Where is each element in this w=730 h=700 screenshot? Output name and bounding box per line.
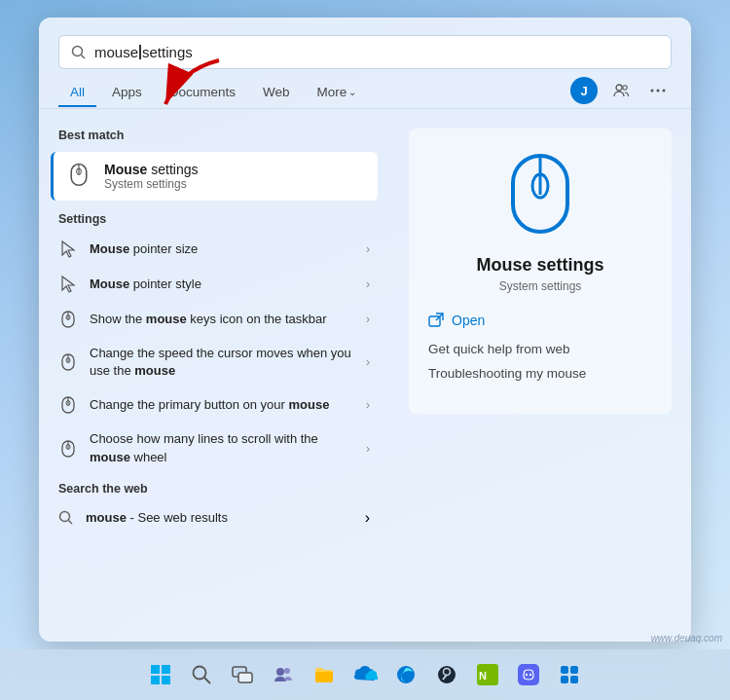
chevron-right-icon: › <box>366 242 370 256</box>
nvidia-icon: N <box>477 664 498 685</box>
svg-point-5 <box>651 90 654 92</box>
left-panel: Best match Mouse settings System setting… <box>39 109 389 642</box>
start-menu: mouse settings All Apps Documents Web Mo… <box>39 18 691 642</box>
list-item-text: Choose how many lines to scroll with the… <box>90 430 354 465</box>
tab-web[interactable]: Web <box>251 79 302 107</box>
svg-point-38 <box>276 668 284 676</box>
detail-title: Mouse settings <box>476 255 603 276</box>
open-action[interactable]: Open <box>428 313 485 328</box>
svg-point-34 <box>194 667 206 680</box>
list-item[interactable]: Show the mouse keys icon on the taskbar … <box>39 302 389 337</box>
search-icon <box>71 45 87 60</box>
task-view-button[interactable] <box>225 657 260 692</box>
settings-label: Settings <box>39 204 389 232</box>
steam-icon <box>436 664 457 685</box>
search-bold-text: mouse <box>86 510 127 525</box>
edge-icon <box>395 664 417 685</box>
steam-button[interactable] <box>429 657 464 692</box>
svg-rect-51 <box>570 676 578 683</box>
list-item[interactable]: Mouse pointer style › <box>39 267 389 302</box>
svg-point-47 <box>529 674 531 676</box>
onedrive-button[interactable] <box>347 657 383 692</box>
list-item-text: Show the mouse keys icon on the taskbar <box>90 311 354 328</box>
mouse-settings-icon-small <box>65 163 92 190</box>
discord-icon <box>518 664 539 685</box>
chevron-right-icon: › <box>366 442 370 456</box>
svg-rect-50 <box>561 676 568 683</box>
right-panel: Mouse settings System settings Open Get … <box>389 109 691 642</box>
main-content: Best match Mouse settings System setting… <box>39 109 691 642</box>
teams-button[interactable] <box>266 657 301 692</box>
mouse-pointer-icon <box>58 239 78 259</box>
mouse-primary-button-icon <box>58 395 78 415</box>
discord-button[interactable] <box>511 657 546 692</box>
user-avatar[interactable]: J <box>570 77 598 104</box>
mouse-settings-icon-large <box>505 152 575 239</box>
filter-tabs: All Apps Documents Web More ⌄ J <box>39 69 691 109</box>
svg-point-23 <box>60 511 70 521</box>
more-taskbar-button[interactable] <box>552 657 587 692</box>
detail-panel: Mouse settings System settings Open Get … <box>409 129 672 414</box>
best-match-title-rest: settings <box>147 162 198 177</box>
svg-rect-32 <box>151 676 160 684</box>
svg-text:N: N <box>479 670 487 682</box>
tab-all[interactable]: All <box>58 79 96 107</box>
svg-point-46 <box>526 674 528 676</box>
best-match-text: Mouse settings System settings <box>104 162 198 191</box>
svg-rect-33 <box>162 676 170 684</box>
list-item[interactable]: Change the primary button on your mouse … <box>39 387 389 423</box>
search-text: mouse <box>94 44 138 60</box>
svg-point-3 <box>616 85 622 91</box>
task-view-icon <box>232 664 253 685</box>
chevron-right-icon: › <box>365 509 370 527</box>
svg-rect-48 <box>561 666 568 674</box>
svg-line-35 <box>204 678 210 683</box>
open-link-icon <box>428 313 444 328</box>
svg-rect-31 <box>162 665 170 674</box>
search-web-text: mouse - See web results <box>86 510 228 525</box>
onedrive-icon <box>352 664 378 685</box>
best-match-label: Best match <box>39 121 389 148</box>
tab-more[interactable]: More ⌄ <box>306 79 369 107</box>
svg-rect-30 <box>151 665 160 674</box>
list-item[interactable]: Change the speed the cursor moves when y… <box>39 337 389 387</box>
list-item[interactable]: Mouse pointer size › <box>39 232 389 267</box>
search-web-icon <box>58 510 74 526</box>
teams-icon <box>273 664 294 685</box>
people-icon-button[interactable] <box>607 77 635 104</box>
taskbar: N <box>0 649 730 700</box>
nvidia-button[interactable]: N <box>470 657 505 692</box>
best-match-item[interactable]: Mouse settings System settings <box>51 152 378 201</box>
taskbar-search-button[interactable] <box>184 657 219 692</box>
search-web-label: Search the web <box>39 474 389 501</box>
tab-icons-group: J <box>570 77 672 108</box>
taskbar-search-icon <box>191 664 212 685</box>
windows-start-icon[interactable] <box>143 657 178 692</box>
svg-point-7 <box>663 90 666 92</box>
mouse-scroll-icon <box>58 439 78 459</box>
svg-point-1 <box>73 46 83 55</box>
list-item[interactable]: Choose how many lines to scroll with the… <box>39 423 389 473</box>
list-item-text: Mouse pointer size <box>90 240 354 258</box>
mouse-keys-icon <box>58 310 78 329</box>
svg-point-6 <box>657 90 660 92</box>
troubleshoot-link[interactable]: Troubleshooting my mouse <box>428 366 586 381</box>
svg-rect-49 <box>570 666 578 674</box>
list-item-text: Change the speed the cursor moves when y… <box>90 345 354 380</box>
best-match-title: Mouse settings <box>104 162 198 177</box>
edge-button[interactable] <box>388 657 423 692</box>
tab-apps[interactable]: Apps <box>100 79 154 107</box>
search-web-item[interactable]: mouse - See web results › <box>39 501 389 534</box>
quick-help-link[interactable]: Get quick help from web <box>428 342 570 356</box>
windows-logo-icon <box>150 664 171 685</box>
mouse-pointer-style-icon <box>58 275 78 294</box>
folder-icon <box>313 664 335 685</box>
file-explorer-button[interactable] <box>307 657 342 692</box>
svg-rect-45 <box>518 664 539 685</box>
best-match-subtitle: System settings <box>104 177 198 191</box>
more-options-button[interactable] <box>644 77 672 104</box>
search-rest-text: - See web results <box>130 510 228 525</box>
svg-rect-37 <box>238 673 252 682</box>
chevron-right-icon: › <box>366 355 370 369</box>
red-arrow-annotation <box>151 51 229 109</box>
